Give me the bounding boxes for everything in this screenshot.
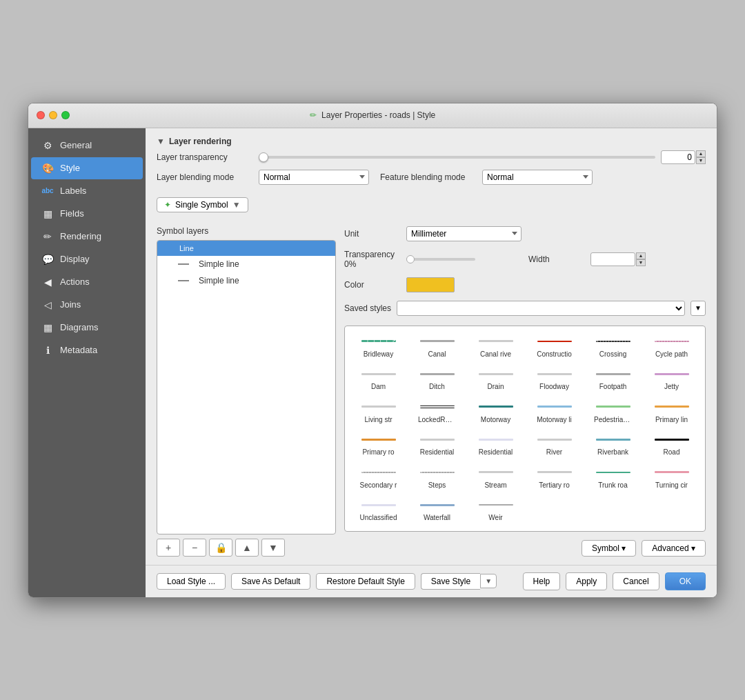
sidebar-label-diagrams: Diagrams xyxy=(60,322,99,332)
bottom-panel: Symbol layers Line Simple line xyxy=(157,226,706,557)
color-picker-button[interactable] xyxy=(406,277,455,292)
style-item-footpath[interactable]: Footpath xyxy=(585,364,641,394)
symbol-layers-list[interactable]: Line Simple line Simple line xyxy=(157,240,336,534)
feature-blend-select[interactable]: Normal Multiply Screen Overlay xyxy=(482,170,593,185)
sidebar-item-general[interactable]: ⚙ General xyxy=(31,134,143,157)
style-label-floodway: Floodway xyxy=(535,383,573,390)
symbol-toolbar: + − 🔒 ▲ ▼ xyxy=(157,539,336,557)
style-item-motorway[interactable]: Motorway xyxy=(468,397,524,428)
style-item-waterfall[interactable]: Waterfall xyxy=(409,495,465,526)
style-item-motorway-li[interactable]: Motorway li xyxy=(526,397,582,428)
style-label-canal: Canal xyxy=(418,350,456,358)
saved-styles-select[interactable] xyxy=(397,301,685,316)
layer-blend-select[interactable]: Normal Multiply Screen Overlay xyxy=(259,170,369,185)
sidebar-item-diagrams[interactable]: ▦ Diagrams xyxy=(31,317,143,339)
transparency-label: Layer transparency xyxy=(157,152,253,162)
transparency-prop-slider[interactable] xyxy=(406,258,475,261)
symbol-item-simple-line-1[interactable]: Simple line xyxy=(157,256,335,272)
style-item-ditch[interactable]: Ditch xyxy=(409,364,465,394)
style-item-pedestrian[interactable]: Pedestrian v xyxy=(585,397,641,428)
style-item-lockedroad[interactable]: LockedRoad xyxy=(409,397,465,428)
simple-line-icon-1 xyxy=(178,263,189,265)
style-item-primary-lin[interactable]: Primary lin xyxy=(644,397,699,428)
symbol-button[interactable]: Symbol ▾ xyxy=(582,540,636,557)
style-item-cycle-path[interactable]: Cycle path xyxy=(644,332,699,362)
help-button[interactable]: Help xyxy=(523,572,561,590)
saved-styles-dropdown-btn[interactable]: ▼ xyxy=(691,301,706,316)
style-item-steps[interactable]: Steps xyxy=(409,463,465,493)
style-item-floodway[interactable]: Floodway xyxy=(526,364,582,394)
style-item-constructio[interactable]: Constructio xyxy=(526,332,582,362)
sidebar-item-display[interactable]: 💬 Display xyxy=(31,248,143,270)
transparency-down[interactable]: ▼ xyxy=(696,157,706,164)
style-label-turning-cir: Turning cir xyxy=(653,481,691,489)
style-item-jetty[interactable]: Jetty xyxy=(644,364,699,394)
width-down[interactable]: ▼ xyxy=(636,259,646,266)
style-item-residential2[interactable]: Residential xyxy=(468,430,524,460)
minimize-button[interactable] xyxy=(49,111,57,119)
style-item-riverbank[interactable]: Riverbank xyxy=(585,430,641,460)
load-style-button[interactable]: Load Style ... xyxy=(157,573,226,590)
symbol-item-line[interactable]: Line xyxy=(157,241,335,256)
sidebar-item-joins[interactable]: ◁ Joins xyxy=(31,294,143,316)
sidebar-item-actions[interactable]: ◀ Actions xyxy=(31,271,143,293)
lock-layer-button[interactable]: 🔒 xyxy=(209,539,232,557)
transparency-up[interactable]: ▲ xyxy=(696,150,706,157)
restore-default-button[interactable]: Restore Default Style xyxy=(316,573,415,590)
apply-button[interactable]: Apply xyxy=(566,572,607,590)
remove-layer-button[interactable]: − xyxy=(183,539,206,557)
style-item-weir[interactable]: Weir xyxy=(468,495,524,526)
unit-select[interactable]: Millimeter Pixel Map unit xyxy=(406,226,522,241)
symbol-type-arrow: ▼ xyxy=(232,200,241,210)
style-item-crossing[interactable]: Crossing xyxy=(585,332,641,362)
style-item-bridleway[interactable]: Bridleway xyxy=(350,332,406,362)
move-down-button[interactable]: ▼ xyxy=(261,539,285,557)
add-layer-button[interactable]: + xyxy=(157,539,180,557)
style-item-road[interactable]: Road xyxy=(644,430,699,460)
style-item-dam[interactable]: Dam xyxy=(350,364,406,394)
sidebar-item-metadata[interactable]: ℹ Metadata xyxy=(31,339,143,361)
sidebar-item-fields[interactable]: ▦ Fields xyxy=(31,203,143,225)
style-label-residential2: Residential xyxy=(477,448,515,456)
maximize-button[interactable] xyxy=(61,111,70,119)
move-up-button[interactable]: ▲ xyxy=(235,539,259,557)
sidebar-label-joins: Joins xyxy=(60,299,81,310)
width-input[interactable]: 1.00000 xyxy=(590,252,635,266)
style-label-canal-rive: Canal rive xyxy=(477,350,515,358)
style-item-secondary-r[interactable]: Secondary r xyxy=(350,463,406,493)
style-item-trunk-roa[interactable]: Trunk roa xyxy=(585,463,641,493)
styles-grid[interactable]: BridlewayCanalCanal riveConstructioCross… xyxy=(344,326,706,532)
cancel-button[interactable]: Cancel xyxy=(613,572,659,590)
width-up[interactable]: ▲ xyxy=(636,252,646,259)
style-item-residential[interactable]: Residential xyxy=(409,430,465,460)
style-item-stream[interactable]: Stream xyxy=(468,463,524,493)
style-label-pedestrian: Pedestrian v xyxy=(594,416,632,423)
style-item-drain[interactable]: Drain xyxy=(468,364,524,394)
sidebar-item-labels[interactable]: abc Labels xyxy=(31,180,143,202)
style-item-canal-rive[interactable]: Canal rive xyxy=(468,332,524,362)
close-button[interactable] xyxy=(37,111,45,119)
style-item-canal[interactable]: Canal xyxy=(409,332,465,362)
transparency-input[interactable]: 0 xyxy=(661,150,695,164)
style-item-river[interactable]: River xyxy=(526,430,582,460)
sidebar-item-style[interactable]: 🎨 Style xyxy=(31,157,143,179)
layer-blend-label: Layer blending mode xyxy=(157,172,253,182)
symbol-item-simple-line-2[interactable]: Simple line xyxy=(157,272,335,289)
ok-button[interactable]: OK xyxy=(665,572,706,590)
save-style-arrow[interactable]: ▼ xyxy=(480,574,497,588)
save-style-button[interactable]: Save Style xyxy=(421,573,480,590)
style-item-living-str[interactable]: Living str xyxy=(350,397,406,428)
style-item-tertiary-ro[interactable]: Tertiary ro xyxy=(526,463,582,493)
style-item-unclassified[interactable]: Unclassified xyxy=(350,495,406,526)
style-item-primary-ro[interactable]: Primary ro xyxy=(350,430,406,460)
width-spinbox: 1.00000 ▲ ▼ xyxy=(590,252,706,266)
advanced-button[interactable]: Advanced ▾ xyxy=(642,540,706,557)
sidebar-label-rendering: Rendering xyxy=(60,231,101,241)
symbol-type-button[interactable]: ✦ Single Symbol ▼ xyxy=(157,197,248,212)
style-item-turning-cir[interactable]: Turning cir xyxy=(644,463,699,493)
save-as-default-button[interactable]: Save As Default xyxy=(231,573,310,590)
properties-panel: Unit Millimeter Pixel Map unit Transpare… xyxy=(344,226,706,557)
transparency-slider[interactable] xyxy=(259,156,655,159)
simple-line-icon-2 xyxy=(178,280,189,281)
sidebar-item-rendering[interactable]: ✏ Rendering xyxy=(31,226,143,248)
